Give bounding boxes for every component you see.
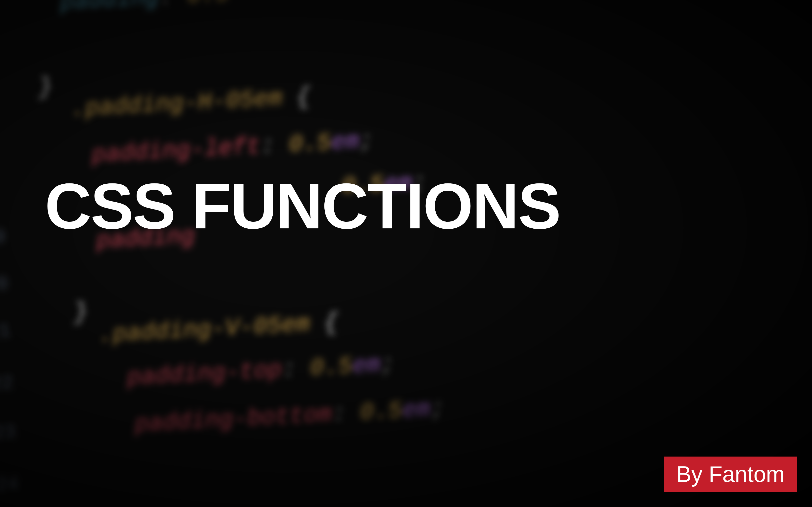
author-badge: By Fantom [664,457,797,492]
main-title: CSS FUNCTIONS [45,169,560,243]
vignette-overlay [0,0,812,507]
